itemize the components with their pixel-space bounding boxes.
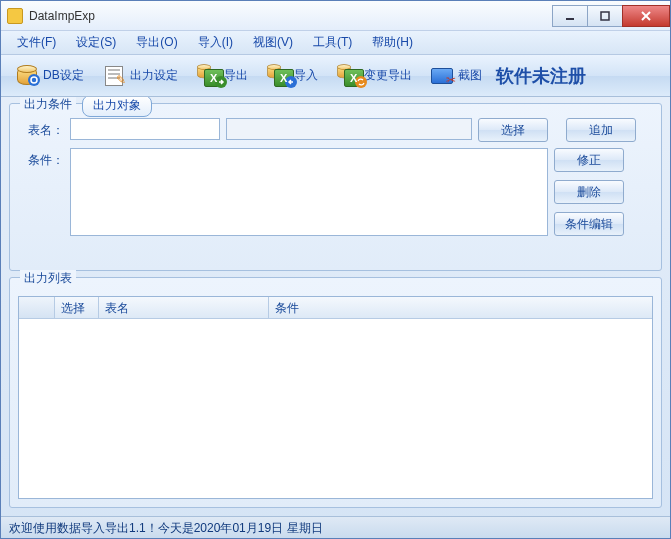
menu-tools[interactable]: 工具(T) xyxy=(303,31,362,54)
grid-body[interactable] xyxy=(19,319,652,498)
statusbar: 欢迎使用数据导入导出1.1！今天是2020年01月19日 星期日 xyxy=(1,516,670,538)
tb-output-settings-label: 出力设定 xyxy=(130,67,178,84)
client-area: 出力条件 出力对象 表名： 选择 追加 条件： 修正 删除 条件编辑 xyxy=(1,97,670,516)
grid-header: 选择 表名 条件 xyxy=(19,297,652,319)
tb-change-export[interactable]: 变更导出 xyxy=(328,60,420,92)
change-export-icon xyxy=(336,64,360,88)
output-list-group: 出力列表 选择 表名 条件 xyxy=(9,277,662,508)
edit-button[interactable]: 修正 xyxy=(554,148,624,172)
tabs: 出力对象 xyxy=(82,97,152,117)
toolbar: DB设定 ✎ 出力设定 导出 导入 变更导出 ✂ 截图 软件未注册 xyxy=(1,55,670,97)
tb-import-label: 导入 xyxy=(294,67,318,84)
database-icon xyxy=(15,64,39,88)
maximize-button[interactable] xyxy=(587,5,623,27)
svg-rect-1 xyxy=(601,12,609,20)
tb-export-label: 导出 xyxy=(224,67,248,84)
titlebar: DataImpExp xyxy=(1,1,670,31)
table-desc-input xyxy=(226,118,472,140)
menubar: 文件(F) 设定(S) 导出(O) 导入(I) 视图(V) 工具(T) 帮助(H… xyxy=(1,31,670,55)
tb-screenshot-label: 截图 xyxy=(458,67,482,84)
tb-db-settings-label: DB设定 xyxy=(43,67,84,84)
unregistered-label: 软件未注册 xyxy=(496,64,586,88)
table-name-label: 表名： xyxy=(18,118,64,139)
close-button[interactable] xyxy=(622,5,670,27)
condition-edit-button[interactable]: 条件编辑 xyxy=(554,212,624,236)
app-icon xyxy=(7,8,23,24)
grid-corner[interactable] xyxy=(19,297,55,318)
export-icon xyxy=(196,64,220,88)
condition-row: 条件： 修正 删除 条件编辑 xyxy=(18,148,653,236)
menu-file[interactable]: 文件(F) xyxy=(7,31,66,54)
svg-point-4 xyxy=(31,77,37,83)
status-weekday: 星期日 xyxy=(287,520,323,535)
table-row: 表名： 选择 追加 xyxy=(18,118,653,142)
status-text: 欢迎使用数据导入导出1.1！今天是2020年01月19日 xyxy=(9,520,283,535)
app-window: DataImpExp 文件(F) 设定(S) 导出(O) 导入(I) 视图(V)… xyxy=(0,0,671,539)
window-buttons xyxy=(553,5,670,27)
tb-export[interactable]: 导出 xyxy=(188,60,256,92)
menu-settings[interactable]: 设定(S) xyxy=(66,31,126,54)
col-condition[interactable]: 条件 xyxy=(269,297,652,318)
import-icon xyxy=(266,64,290,88)
col-table[interactable]: 表名 xyxy=(99,297,269,318)
right-buttons: 修正 删除 条件编辑 xyxy=(554,148,624,236)
tb-db-settings[interactable]: DB设定 xyxy=(7,60,92,92)
tab-output-target[interactable]: 出力对象 xyxy=(82,97,152,117)
sheet-edit-icon: ✎ xyxy=(102,64,126,88)
screenshot-icon: ✂ xyxy=(430,64,454,88)
minimize-button[interactable] xyxy=(552,5,588,27)
delete-button[interactable]: 删除 xyxy=(554,180,624,204)
tb-import[interactable]: 导入 xyxy=(258,60,326,92)
menu-help[interactable]: 帮助(H) xyxy=(362,31,423,54)
condition-textarea[interactable] xyxy=(70,148,548,236)
tb-output-settings[interactable]: ✎ 出力设定 xyxy=(94,60,186,92)
output-grid[interactable]: 选择 表名 条件 xyxy=(18,296,653,499)
tb-change-export-label: 变更导出 xyxy=(364,67,412,84)
table-name-input[interactable] xyxy=(70,118,220,140)
menu-import[interactable]: 导入(I) xyxy=(188,31,243,54)
condition-label: 条件： xyxy=(18,148,64,169)
output-conditions-label: 出力条件 xyxy=(20,97,76,113)
menu-export[interactable]: 导出(O) xyxy=(126,31,187,54)
output-list-label: 出力列表 xyxy=(20,270,76,287)
col-select[interactable]: 选择 xyxy=(55,297,99,318)
output-conditions-group: 出力条件 出力对象 表名： 选择 追加 条件： 修正 删除 条件编辑 xyxy=(9,103,662,271)
menu-view[interactable]: 视图(V) xyxy=(243,31,303,54)
tb-screenshot[interactable]: ✂ 截图 xyxy=(422,60,490,92)
select-button[interactable]: 选择 xyxy=(478,118,548,142)
add-button[interactable]: 追加 xyxy=(566,118,636,142)
window-title: DataImpExp xyxy=(29,9,553,23)
